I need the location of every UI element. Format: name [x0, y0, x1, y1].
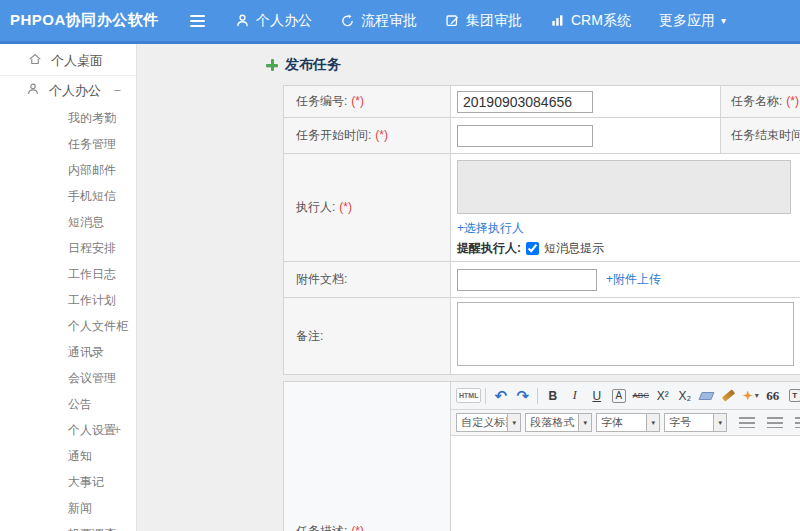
editor-toolbar-row1: HTML ↶ ↷ B I U A ABC X² X₂ ▾ 66 T — [451, 382, 800, 410]
strikethrough-button[interactable]: ABC — [630, 386, 651, 406]
brush-icon — [722, 389, 735, 401]
paragraph-format-select[interactable]: 段落格式▾ — [525, 413, 592, 432]
remark-textarea[interactable] — [457, 302, 794, 366]
custom-title-select[interactable]: 自定义标题▾ — [456, 413, 521, 432]
underline-button[interactable]: U — [586, 386, 607, 406]
home-icon — [28, 52, 42, 69]
executor-box[interactable] — [457, 160, 791, 214]
nav-crm[interactable]: CRM系统 — [550, 12, 631, 30]
nav-more-apps[interactable]: 更多应用 ▾ — [659, 12, 726, 30]
task-name-label: 任务名称:(*) — [721, 86, 800, 118]
start-time-input[interactable] — [457, 125, 593, 147]
expand-icon[interactable]: + — [113, 417, 121, 443]
sidebar-item-memorabilia[interactable]: 大事记 — [0, 469, 136, 495]
chevron-down-icon: ▾ — [578, 414, 591, 431]
nav-label: 集团审批 — [466, 12, 522, 30]
align-center-icon[interactable] — [767, 417, 783, 428]
html-source-button[interactable]: HTML — [456, 388, 481, 403]
sidebar-item-announcement[interactable]: 公告 — [0, 391, 136, 417]
nav-label: 个人办公 — [256, 12, 312, 30]
superscript-button[interactable]: X² — [652, 386, 673, 406]
sidebar-item-schedule[interactable]: 日程安排 — [0, 235, 136, 261]
sidebar-item-work-log[interactable]: 工作日志 — [0, 261, 136, 287]
sidebar-item-news[interactable]: 新闻 — [0, 495, 136, 521]
sidebar-item-meeting-management[interactable]: 会议管理 — [0, 365, 136, 391]
font-size-select[interactable]: 字号▾ — [664, 413, 727, 432]
paste-button[interactable]: T — [784, 386, 800, 406]
sidebar-item-work-plan[interactable]: 工作计划 — [0, 287, 136, 313]
page-title: 发布任务 — [266, 56, 800, 74]
font-border-button[interactable]: A — [608, 386, 629, 406]
start-time-label: 任务开始时间:(*) — [284, 118, 451, 154]
task-no-input[interactable] — [457, 91, 593, 113]
bar-chart-icon — [550, 13, 565, 28]
attachment-upload-link[interactable]: +附件上传 — [606, 271, 661, 288]
description-table: 任务描述:(*) HTML ↶ ↷ B I U A ABC X² X₂ — [283, 381, 800, 531]
sidebar-item-mobile-sms[interactable]: 手机短信 — [0, 183, 136, 209]
chevron-down-icon: ▾ — [646, 414, 659, 431]
editor-toolbar-row2: 自定义标题▾ 段落格式▾ 字体▾ 字号▾ — [451, 410, 800, 436]
edit-icon — [445, 13, 460, 28]
sidebar-section-personal-office[interactable]: 个人办公 − — [0, 76, 136, 105]
nav-label: CRM系统 — [571, 12, 631, 30]
attachment-label: 附件文档: — [284, 262, 451, 298]
undo-button[interactable]: ↶ — [490, 386, 511, 406]
sidebar-item-notice[interactable]: 通知 — [0, 443, 136, 469]
chevron-down-icon: ▾ — [507, 414, 520, 431]
toolbar-separator — [485, 388, 486, 404]
blockquote-button[interactable]: 66 — [762, 386, 783, 406]
remark-label: 备注: — [284, 298, 451, 375]
sidebar-item-task-management[interactable]: 任务管理 — [0, 131, 136, 157]
format-brush-button[interactable] — [718, 386, 739, 406]
align-left-icon[interactable] — [739, 417, 755, 428]
task-form-table: 任务编号:(*) 任务名称:(*) 任务开始时间:(*) 任务结束时间:(*) … — [283, 85, 800, 375]
app-logo: PHPOA协同办公软件 — [0, 11, 176, 30]
required-mark: (*) — [351, 94, 364, 108]
sidebar-item-file-cabinet[interactable]: 个人文件柜 — [0, 313, 136, 339]
autotypeset-button[interactable]: ▾ — [740, 386, 761, 406]
nav-label: 更多应用 — [659, 12, 715, 30]
subscript-button[interactable]: X₂ — [674, 386, 695, 406]
chevron-down-icon: ▾ — [721, 16, 726, 26]
process-approval-icon — [340, 13, 355, 28]
editor-content-area[interactable] — [451, 436, 800, 531]
add-icon — [266, 59, 278, 71]
person-icon — [235, 13, 250, 28]
sidebar-item-attendance[interactable]: 我的考勤 — [0, 105, 136, 131]
required-mark: (*) — [786, 94, 799, 108]
chevron-down-icon: ▾ — [713, 414, 726, 431]
remind-executor-label: 提醒执行人: — [457, 240, 521, 257]
sidebar-item-contacts[interactable]: 通讯录 — [0, 339, 136, 365]
italic-button[interactable]: I — [564, 386, 585, 406]
top-nav: 个人办公 流程审批 集团审批 CRM系统 更多应用 ▾ — [235, 12, 754, 30]
nav-personal-office[interactable]: 个人办公 — [235, 12, 312, 30]
nav-process-approval[interactable]: 流程审批 — [340, 12, 417, 30]
collapse-icon[interactable]: − — [113, 83, 121, 98]
sidebar-item-personal-desktop[interactable]: 个人桌面 — [0, 46, 136, 76]
sms-remind-checkbox[interactable] — [526, 242, 539, 255]
bold-button[interactable]: B — [542, 386, 563, 406]
choose-executor-link[interactable]: +选择执行人 — [457, 221, 524, 235]
eraser-button[interactable] — [696, 386, 717, 406]
redo-button[interactable]: ↷ — [512, 386, 533, 406]
sidebar-item-vote[interactable]: 投票调查 — [0, 521, 136, 531]
magic-wand-icon — [743, 391, 753, 401]
align-right-icon[interactable] — [795, 417, 800, 428]
top-bar: PHPOA协同办公软件 个人办公 流程审批 集团审批 CRM系统 — [0, 0, 800, 44]
sms-remind-label: 短消息提示 — [544, 240, 604, 257]
required-mark: (*) — [339, 200, 352, 214]
required-mark: (*) — [375, 128, 388, 142]
sidebar-item-internal-mail[interactable]: 内部邮件 — [0, 157, 136, 183]
sidebar: 个人桌面 个人办公 − 我的考勤 任务管理 内部邮件 手机短信 短消息 日程安排… — [0, 44, 137, 531]
font-family-select[interactable]: 字体▾ — [596, 413, 660, 432]
eraser-icon — [699, 392, 715, 400]
sidebar-item-short-message[interactable]: 短消息 — [0, 209, 136, 235]
nav-label: 流程审批 — [361, 12, 417, 30]
sidebar-item-label: 个人桌面 — [51, 52, 103, 70]
nav-group-approval[interactable]: 集团审批 — [445, 12, 522, 30]
sidebar-item-personal-settings[interactable]: 个人设置 + — [0, 417, 136, 443]
main-content: 发布任务 任务编号:(*) 任务名称:(*) 任务开始时间:(*) 任务结束时间… — [138, 44, 800, 531]
menu-toggle-button[interactable] — [190, 15, 205, 27]
attachment-input[interactable] — [457, 269, 597, 291]
description-label: 任务描述:(*) — [284, 382, 451, 531]
